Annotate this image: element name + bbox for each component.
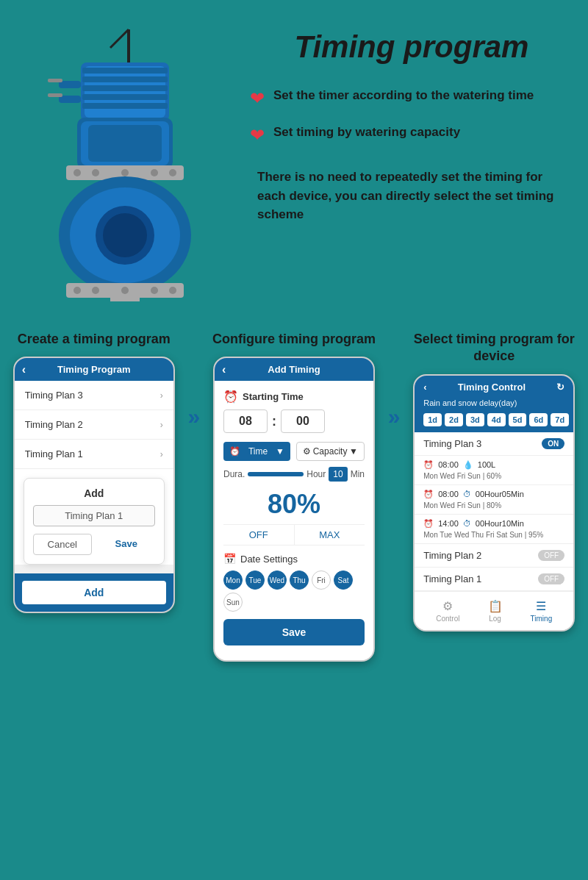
cancel-button[interactable]: Cancel <box>33 534 92 555</box>
max-button[interactable]: MAX <box>295 525 365 545</box>
plan3-dur2: 00Hour05Min <box>476 490 524 498</box>
percent-display: 80% <box>223 489 365 520</box>
refresh-icon[interactable]: ↻ <box>556 382 564 393</box>
svg-rect-10 <box>48 79 62 82</box>
svg-rect-32 <box>110 294 140 301</box>
svg-point-19 <box>121 169 129 176</box>
day-mon[interactable]: Mon <box>223 570 243 590</box>
dropdown-arrow-icon-1: ▼ <box>276 446 284 457</box>
time-colon: : <box>272 414 276 429</box>
mode-row: ⏰ Time ▼ ⚙ Capacity ▼ <box>223 442 365 461</box>
log-icon: 📋 <box>488 599 503 613</box>
delay-5d[interactable]: 5d <box>509 413 527 426</box>
phone3-header: ‹ Timing Control ↻ <box>415 376 573 398</box>
timing-plan-3-label: Timing Plan 3 <box>25 390 83 401</box>
svg-point-30 <box>151 287 158 294</box>
chevron-right-icon-3: › <box>160 449 163 459</box>
day-tue[interactable]: Tue <box>245 570 265 590</box>
day-wed[interactable]: Wed <box>268 570 287 590</box>
footer-log[interactable]: 📋 Log <box>488 599 503 623</box>
timing-form: ⏰ Starting Time 08 : 00 ⏰ Time ▼ <box>215 381 373 660</box>
phone-column-2: Configure timing program ‹ Add Timing ⏰ … <box>211 331 377 662</box>
day-sat[interactable]: Sat <box>334 570 353 590</box>
timing-plan-1-label: Timing Plan 1 <box>25 448 83 459</box>
plan3-detail1: ⏰ 08:00 💧 100L Mon Wed Fri Sun | 60% <box>415 456 573 485</box>
dialog-input[interactable]: Timing Plan 1 <box>33 505 155 526</box>
chevron-right-icon-2: › <box>160 420 163 430</box>
dura-unit: Hour <box>306 469 326 479</box>
plan3-days3: Mon Tue Wed Thu Fri Sat Sun | 95% <box>423 531 564 539</box>
add-dialog: Add Timing Plan 1 Cancel Save <box>24 478 165 565</box>
timing-plan-1-item[interactable]: Timing Plan 1 › <box>15 440 173 469</box>
svg-point-29 <box>121 287 129 294</box>
col2-label: Configure timing program <box>212 331 376 348</box>
dura-box[interactable] <box>248 472 304 476</box>
off-button[interactable]: OFF <box>223 525 295 545</box>
svg-rect-4 <box>82 68 168 74</box>
timing-plan-3-item[interactable]: Timing Plan 3 › <box>15 381 173 410</box>
phone1-header: ‹ Timing Program <box>15 358 173 381</box>
description-text: There is no need to repeatedly set the t… <box>250 168 573 224</box>
plan3-days2: Mon Wed Fri Sun | 80% <box>423 501 564 509</box>
plan3-detail1-row: ⏰ 08:00 💧 100L <box>423 460 564 470</box>
svg-rect-11 <box>59 96 81 103</box>
plan3-dur3: 00Hour10Min <box>476 519 524 528</box>
dura-num[interactable]: 10 <box>329 467 347 482</box>
delay-4d[interactable]: 4d <box>487 413 506 426</box>
svg-rect-15 <box>88 125 162 162</box>
plan3-row: Timing Plan 3 ON <box>415 432 573 456</box>
control-icon: ⚙ <box>442 599 453 613</box>
time-mode-label: Time <box>248 446 268 457</box>
capacity-mode-dropdown[interactable]: ⚙ Capacity ▼ <box>296 442 365 461</box>
add-button[interactable]: Add <box>22 581 166 604</box>
delay-6d[interactable]: 6d <box>529 413 548 426</box>
feature-text-1: Set the timer according to the watering … <box>273 87 534 104</box>
phone1-body: Timing Plan 3 › Timing Plan 2 › Timing P… <box>15 381 173 565</box>
footer-control-label: Control <box>436 615 459 623</box>
top-section: Timing program ❤ Set the timer according… <box>0 0 588 316</box>
back-arrow-icon[interactable]: ‹ <box>22 363 26 376</box>
plan3-detail3-row: ⏰ 14:00 ⏱ 00Hour10Min <box>423 519 564 529</box>
minute-input[interactable]: 00 <box>281 409 325 433</box>
svg-point-27 <box>74 287 81 294</box>
time-inputs: 08 : 00 <box>223 409 365 433</box>
phone2-header: ‹ Add Timing <box>215 358 373 381</box>
save-button[interactable]: Save <box>98 534 155 555</box>
svg-rect-7 <box>82 94 168 100</box>
arrow-2: » <box>388 404 401 429</box>
svg-rect-5 <box>82 76 168 82</box>
starting-time-label: Starting Time <box>243 391 304 402</box>
day-fri[interactable]: Fri <box>312 570 331 590</box>
footer-control[interactable]: ⚙ Control <box>436 599 459 623</box>
plan3-time3: 14:00 <box>438 519 459 528</box>
plan3-toggle[interactable]: ON <box>542 438 564 449</box>
delay-3d[interactable]: 3d <box>466 413 484 426</box>
tc-subheader: Rain and snow delay(day) <box>415 398 573 413</box>
right-content: Timing program ❤ Set the timer according… <box>250 22 573 224</box>
timing-plan-2-item[interactable]: Timing Plan 2 › <box>15 410 173 440</box>
save-timing-button[interactable]: Save <box>223 619 365 645</box>
plan1-toggle[interactable]: OFF <box>538 573 564 584</box>
chevron-right-icon-1: › <box>160 390 163 401</box>
delay-days-row: 1d 2d 3d 4d 5d 6d 7d <box>415 413 573 432</box>
plan2-toggle[interactable]: OFF <box>538 550 564 561</box>
dialog-buttons: Cancel Save <box>33 534 155 555</box>
delay-1d[interactable]: 1d <box>423 413 442 426</box>
phone1-header-title: Timing Program <box>57 364 130 375</box>
back-arrow-icon-2[interactable]: ‹ <box>222 363 226 376</box>
feature-text-2: Set timing by watering capacity <box>273 124 460 141</box>
svg-point-17 <box>74 169 81 176</box>
phone-column-3: Select timing program for device ‹ Timin… <box>411 331 577 632</box>
plan2-name: Timing Plan 2 <box>423 550 481 561</box>
hour-input[interactable]: 08 <box>223 409 268 433</box>
time-mode-dropdown[interactable]: ⏰ Time ▼ <box>223 442 290 461</box>
day-thu[interactable]: Thu <box>290 570 309 590</box>
back-arrow-icon-3[interactable]: ‹ <box>423 382 426 393</box>
plan3-detail3: ⏰ 14:00 ⏱ 00Hour10Min Mon Tue Wed Thu Fr… <box>415 515 573 544</box>
delay-2d[interactable]: 2d <box>445 413 463 426</box>
date-settings-label: Date Settings <box>240 554 298 565</box>
footer-timing[interactable]: ☰ Timing <box>531 599 553 623</box>
svg-line-1 <box>110 29 129 48</box>
delay-7d[interactable]: 7d <box>551 413 569 426</box>
day-sun[interactable]: Sun <box>223 593 243 612</box>
